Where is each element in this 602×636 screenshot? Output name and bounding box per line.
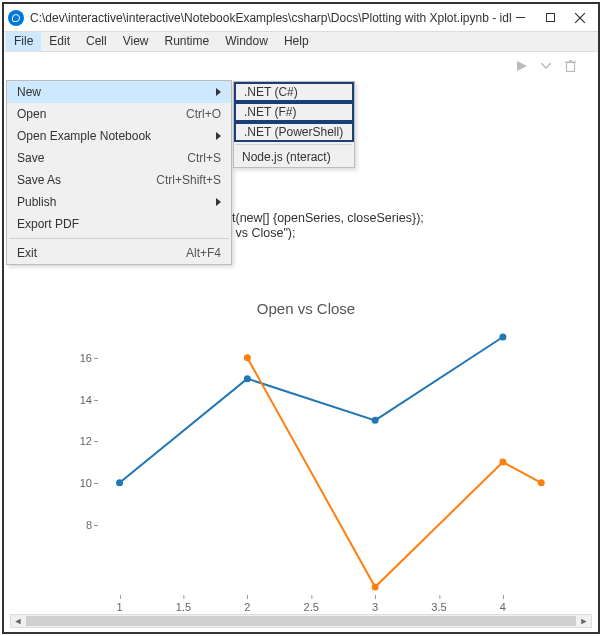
menuitem-export-pdf[interactable]: Export PDF [7, 213, 231, 235]
file-menu-dropdown: New Open Ctrl+O Open Example Notebook Sa… [6, 80, 232, 265]
menuitem-shortcut: Alt+F4 [186, 246, 221, 260]
menuitem-save-as[interactable]: Save As Ctrl+Shift+S [7, 169, 231, 191]
minimize-button[interactable] [512, 10, 528, 26]
svg-point-13 [538, 479, 545, 486]
chart-title: Open vs Close [34, 300, 578, 317]
menu-view[interactable]: View [115, 32, 157, 51]
menuitem-label: Save [17, 151, 187, 165]
menu-edit[interactable]: Edit [41, 32, 78, 51]
y-tick: 12 [66, 435, 92, 447]
horizontal-scrollbar[interactable]: ◄ ► [10, 614, 592, 628]
chart: 810121416 11.522.533.54 [94, 337, 554, 617]
x-tick: 3 [372, 601, 378, 613]
menu-window[interactable]: Window [217, 32, 276, 51]
y-tick: 10 [66, 477, 92, 489]
svg-point-9 [499, 334, 506, 341]
menubar: File Edit Cell View Runtime Window Help [4, 32, 598, 52]
chevron-down-icon[interactable] [538, 58, 554, 74]
menuitem-shortcut: Ctrl+S [187, 151, 221, 165]
menuitem-open-example[interactable]: Open Example Notebook [7, 125, 231, 147]
submenu-arrow-icon [216, 88, 221, 96]
svg-point-12 [499, 459, 506, 466]
menuitem-save[interactable]: Save Ctrl+S [7, 147, 231, 169]
menuitem-exit[interactable]: Exit Alt+F4 [7, 242, 231, 264]
maximize-button[interactable] [542, 10, 558, 26]
menu-cell[interactable]: Cell [78, 32, 115, 51]
menuitem-label: Save As [17, 173, 156, 187]
svg-marker-2 [517, 61, 527, 71]
trash-icon[interactable] [562, 58, 578, 74]
menu-file[interactable]: File [6, 32, 41, 51]
scroll-left-arrow-icon[interactable]: ◄ [11, 615, 25, 627]
submenu-item-dotnet-powershell[interactable]: .NET (PowerShell) [234, 122, 354, 142]
svg-point-10 [244, 354, 251, 361]
run-icon[interactable] [514, 58, 530, 74]
menu-separator [9, 238, 229, 239]
menuitem-label: Export PDF [17, 217, 221, 231]
plot-area [94, 337, 554, 587]
menuitem-open[interactable]: Open Ctrl+O [7, 103, 231, 125]
code-line: t(new[] {openSeries, closeSeries}); [232, 211, 424, 225]
scroll-right-arrow-icon[interactable]: ► [577, 615, 591, 627]
x-tick: 1.5 [176, 601, 191, 613]
y-tick: 16 [66, 352, 92, 364]
new-submenu: .NET (C#) .NET (F#) .NET (PowerShell) No… [233, 81, 355, 168]
submenu-label: .NET (PowerShell) [244, 125, 343, 139]
x-tick: 3.5 [431, 601, 446, 613]
x-tick: 1 [116, 601, 122, 613]
submenu-item-dotnet-csharp[interactable]: .NET (C#) [234, 82, 354, 102]
submenu-label: Node.js (nteract) [242, 150, 331, 164]
submenu-item-dotnet-fsharp[interactable]: .NET (F#) [234, 102, 354, 122]
x-tick: 4 [500, 601, 506, 613]
svg-point-7 [244, 375, 251, 382]
x-tick: 2 [244, 601, 250, 613]
close-button[interactable] [572, 10, 588, 26]
svg-point-11 [372, 584, 379, 591]
app-icon [8, 10, 24, 26]
menuitem-shortcut: Ctrl+Shift+S [156, 173, 221, 187]
x-tick: 2.5 [304, 601, 319, 613]
submenu-label: .NET (C#) [244, 85, 298, 99]
menuitem-label: Exit [17, 246, 186, 260]
menuitem-label: Open [17, 107, 186, 121]
menuitem-publish[interactable]: Publish [7, 191, 231, 213]
menuitem-shortcut: Ctrl+O [186, 107, 221, 121]
menuitem-label: New [17, 85, 210, 99]
menu-runtime[interactable]: Runtime [157, 32, 218, 51]
content-area: New Open Ctrl+O Open Example Notebook Sa… [4, 80, 598, 632]
y-axis: 810121416 [66, 337, 92, 587]
menuitem-label: Open Example Notebook [17, 129, 210, 143]
y-tick: 8 [66, 519, 92, 531]
menuitem-new[interactable]: New [7, 81, 231, 103]
y-tick: 14 [66, 394, 92, 406]
menu-help[interactable]: Help [276, 32, 317, 51]
submenu-label: .NET (F#) [244, 105, 296, 119]
svg-point-8 [372, 417, 379, 424]
submenu-arrow-icon [216, 198, 221, 206]
submenu-arrow-icon [216, 132, 221, 140]
menu-separator [236, 144, 352, 145]
svg-point-6 [116, 479, 123, 486]
menuitem-label: Publish [17, 195, 210, 209]
svg-rect-3 [566, 63, 574, 72]
window-title: C:\dev\interactive\interactive\NotebookE… [30, 11, 512, 25]
submenu-item-nodejs-nteract[interactable]: Node.js (nteract) [234, 147, 354, 167]
toolbar [4, 52, 598, 80]
scroll-thumb[interactable] [26, 616, 576, 626]
code-cell[interactable]: t(new[] {openSeries, closeSeries}); vs C… [232, 210, 424, 240]
chart-output: Open vs Close 810121416 11.522.533.54 [34, 300, 578, 617]
titlebar: C:\dev\interactive\interactive\NotebookE… [4, 4, 598, 32]
code-line: vs Close"); [232, 226, 295, 240]
